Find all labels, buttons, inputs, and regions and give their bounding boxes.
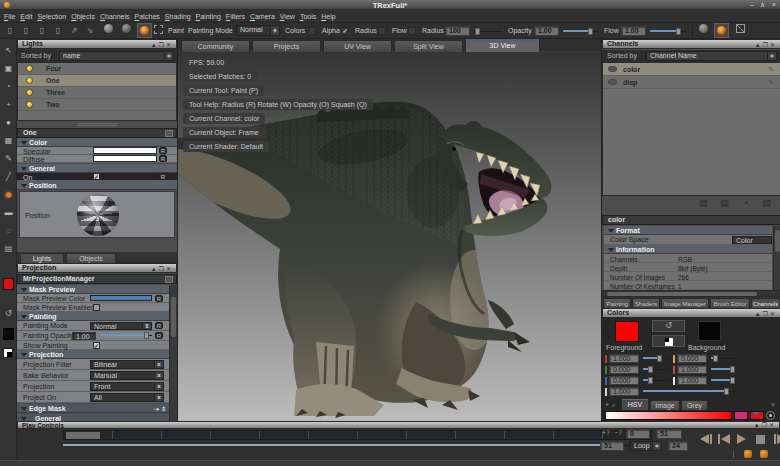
alpha-value-field[interactable]: 1.000 [609, 387, 639, 396]
color-value-field[interactable]: 1.000 [677, 376, 707, 385]
frame-range-handle[interactable] [66, 432, 100, 439]
spinner-icon[interactable] [767, 52, 776, 60]
edge-mask-icons[interactable]: ▫● ⇕ [154, 405, 166, 414]
menu-item[interactable]: Channels [100, 13, 130, 20]
color-slider[interactable] [643, 365, 669, 374]
bake-behavior-dropdown[interactable]: Manual [90, 371, 164, 380]
play-button[interactable] [737, 434, 746, 444]
reset-icon[interactable]: R [155, 322, 163, 329]
color-space-dropdown[interactable]: Color [732, 236, 772, 244]
new-project-icon[interactable]: ▯ [3, 24, 17, 37]
projection-filter-dropdown[interactable]: Bilinear [90, 360, 164, 369]
position-sphere-widget[interactable] [77, 194, 119, 236]
pin-icon[interactable] [165, 130, 173, 137]
panel-header-icons[interactable]: ▲❐✕ [754, 422, 776, 429]
tab-projects[interactable]: Projects [252, 40, 321, 52]
tab-channels[interactable]: Channels [751, 298, 780, 308]
close-project-icon[interactable]: ▯ [19, 24, 33, 37]
save-project-icon[interactable]: ▯ [35, 24, 49, 37]
swatch-pink[interactable] [734, 411, 748, 420]
background-swatch[interactable] [3, 328, 14, 340]
maximize-button[interactable]: ∧ [760, 1, 765, 9]
shader-sphere-lit-icon[interactable] [137, 23, 152, 38]
panel-header-icons[interactable]: ▲❐✕ [151, 265, 173, 273]
color-wheel-icon[interactable] [766, 411, 775, 420]
channels-sort-select[interactable]: Channel Name [646, 51, 777, 61]
foreground-swatch[interactable] [3, 278, 14, 290]
lights-panel-header[interactable]: Lights▲❐✕ [17, 39, 177, 49]
color-value-field[interactable]: 1.000 [677, 365, 707, 374]
spinner-icon[interactable] [270, 26, 279, 35]
close-button[interactable]: × [772, 1, 776, 8]
lock-alt-icon[interactable] [760, 450, 768, 458]
section-color[interactable]: Color [17, 138, 177, 147]
export-icon[interactable]: ⇘ [83, 24, 97, 37]
shader-sphere-flat-icon[interactable] [101, 24, 115, 37]
radius-field[interactable]: 100 [445, 26, 470, 36]
opacity-slider[interactable] [563, 27, 599, 36]
projection-scrollbar[interactable] [169, 285, 177, 423]
menu-item[interactable]: Objects [71, 13, 95, 20]
cache-icon[interactable]: ✎ [768, 66, 774, 74]
lights-sort-select[interactable]: name [59, 51, 174, 61]
tab-split-view[interactable]: Split View [394, 40, 463, 52]
minimize-button[interactable]: – [750, 1, 754, 8]
menu-item[interactable]: Painting [196, 13, 221, 20]
colors-panel-header[interactable]: Colors▲❐✕ [602, 308, 780, 318]
add-colorset-icon[interactable]: + [605, 401, 609, 408]
projection-dropdown[interactable]: Front [90, 382, 164, 391]
color-value-field[interactable]: 0.000 [677, 354, 707, 363]
section-information[interactable]: Information [604, 245, 772, 254]
swap-colors-button[interactable]: ↺ [652, 320, 685, 332]
tab-hsv[interactable]: HSV [621, 399, 649, 410]
mask-flow-checkbox[interactable] [408, 27, 416, 35]
go-start-button[interactable] [721, 434, 730, 444]
swap-colors-icon[interactable]: ↺ [3, 308, 14, 319]
save-as-icon[interactable]: ▯ [51, 24, 65, 37]
frame-range-groove[interactable] [63, 430, 652, 440]
channel-info-scrollbar[interactable] [773, 226, 780, 290]
painting-opacity-field[interactable]: 1.00 [72, 332, 96, 340]
panel-header-icons[interactable]: ▲❐✕ [755, 41, 777, 49]
painting-mode-dropdown[interactable]: Normal [90, 322, 152, 330]
menu-item[interactable]: Selection [37, 13, 66, 20]
background-color-swatch[interactable] [698, 321, 721, 341]
color-slider[interactable] [643, 376, 669, 385]
play-controls-header[interactable]: Play Controls▲❐✕ [17, 421, 780, 429]
tab-3d-view[interactable]: 3D View [465, 39, 540, 52]
cache-icon[interactable]: ✎ [768, 79, 774, 87]
reset-colors-button[interactable] [652, 335, 685, 347]
panel-header-icons[interactable]: ▲❐✕ [755, 310, 777, 318]
close-colorset-icon[interactable]: × [771, 401, 775, 408]
menu-item[interactable]: Camera [250, 13, 275, 20]
reset-icon[interactable]: R [155, 332, 163, 339]
tab-painting[interactable]: Painting [603, 298, 631, 308]
show-painting-checkbox[interactable]: ✓ [93, 342, 100, 349]
menu-item[interactable]: File [4, 13, 15, 20]
section-general[interactable]: General [17, 164, 177, 173]
tab-uv-view[interactable]: UV View [323, 40, 392, 52]
shader-sphere-shaded-icon[interactable] [119, 24, 133, 37]
step-back-button[interactable] [700, 434, 709, 444]
panel-header-icons[interactable]: ▲❐✕ [151, 41, 173, 49]
reset-icon[interactable]: R [159, 155, 167, 162]
radius-slider[interactable] [474, 27, 502, 36]
diffuse-color-well[interactable] [93, 155, 157, 162]
mask-radius-checkbox[interactable] [378, 27, 386, 35]
timeline-slider[interactable] [63, 442, 640, 449]
tab-grey[interactable]: Grey [681, 400, 708, 410]
alpha-slider[interactable] [643, 387, 737, 396]
flow-field[interactable]: 1.00 [621, 26, 646, 36]
tab-brush-editor[interactable]: Brush Editor [710, 298, 750, 308]
on-checkbox[interactable]: ✓ [93, 173, 100, 180]
menu-item[interactable]: View [280, 13, 295, 20]
range-start-field[interactable]: 0 [626, 429, 650, 439]
pick-colorset-icon[interactable]: ⌕ [612, 401, 616, 409]
screen-mask-icon[interactable] [733, 24, 747, 37]
tab-community[interactable]: Community [181, 40, 250, 52]
duplicate-channel-icon[interactable]: ▤ [717, 198, 732, 209]
mask-color-well[interactable] [90, 295, 152, 301]
tab-objects[interactable]: Objects [66, 253, 116, 263]
spinner-icon[interactable] [164, 52, 173, 60]
section-position[interactable]: Position [17, 181, 177, 190]
